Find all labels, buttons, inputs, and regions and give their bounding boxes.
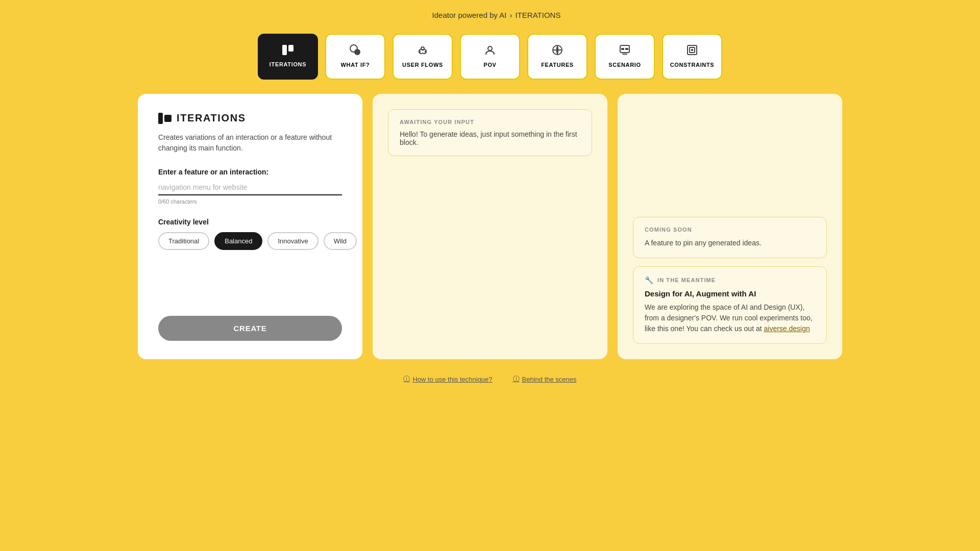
main-content: ITERATIONS Creates variations of an inte… (138, 94, 842, 359)
middle-panel: AWAITING YOUR INPUT Hello! To generate i… (373, 94, 607, 359)
creativity-balanced[interactable]: Balanced (214, 232, 262, 250)
userflows-tab-icon (417, 44, 428, 58)
whatif-tab-icon (350, 44, 361, 58)
tab-scenario[interactable]: SCENARIO (595, 34, 655, 80)
creativity-wild[interactable]: Wild (324, 232, 357, 250)
footer-link2-text: Behind the scenes (522, 375, 577, 383)
tab-constraints[interactable]: CONSTRAINTS (662, 34, 722, 80)
wrench-icon: 🔧 (645, 276, 653, 284)
feature-input[interactable] (158, 181, 342, 195)
footer-link1-icon: ⓘ (403, 374, 410, 384)
tab-features-label: FEATURES (541, 62, 574, 68)
lightning-icon: ⚡ (420, 10, 429, 19)
features-tab-icon (552, 44, 563, 58)
breadcrumb-current: ITERATIONS (516, 11, 561, 19)
footer-link2-icon: ⓘ (513, 374, 520, 384)
meantime-card: 🔧 IN THE MEANTIME Design for AI, Augment… (633, 266, 827, 344)
svg-rect-0 (282, 45, 287, 55)
breadcrumb-home: Ideator powered by AI (432, 11, 507, 19)
tab-iterations-label: ITERATIONS (270, 61, 306, 68)
svg-point-7 (488, 46, 492, 51)
coming-soon-text: A feature to pin any generated ideas. (645, 238, 815, 248)
tab-pov[interactable]: POV (460, 34, 520, 80)
creativity-traditional[interactable]: Traditional (158, 232, 209, 250)
svg-rect-1 (288, 45, 293, 52)
svg-point-6 (425, 51, 427, 53)
meantime-heading: Design for AI, Augment with AI (645, 289, 815, 298)
breadcrumb-separator: › (510, 11, 512, 19)
tab-features[interactable]: FEATURES (527, 34, 587, 80)
creativity-innovative[interactable]: Innovative (267, 232, 318, 250)
iterations-tab-icon (282, 45, 293, 57)
scenario-tab-icon (619, 44, 630, 58)
left-panel: ITERATIONS Creates variations of an inte… (138, 94, 362, 359)
panel-title-row: ITERATIONS (158, 112, 342, 124)
panel-description: Creates variations of an interaction or … (158, 132, 342, 154)
input-field-label: Enter a feature or an interaction: (158, 168, 342, 176)
svg-rect-15 (691, 49, 693, 51)
tab-iterations[interactable]: ITERATIONS (258, 34, 318, 80)
panel-heading: ITERATIONS (177, 112, 246, 124)
text-input-wrap (158, 181, 342, 195)
tab-whatif-label: WHAT IF? (340, 62, 370, 68)
footer-link-how-to[interactable]: ⓘ How to use this technique? (403, 374, 492, 384)
svg-point-5 (419, 51, 421, 53)
creativity-options: Traditional Balanced Innovative Wild (158, 232, 342, 250)
pov-tab-icon (484, 44, 496, 58)
tab-pov-label: POV (483, 62, 496, 68)
nav-tabs: ITERATIONS WHAT IF? USER FLOWS (258, 34, 722, 80)
meantime-label: IN THE MEANTIME (657, 277, 716, 283)
svg-rect-11 (621, 48, 624, 50)
right-panel: COMING SOON A feature to pin any generat… (618, 94, 842, 359)
constraints-tab-icon (687, 44, 698, 58)
svg-rect-10 (622, 54, 627, 55)
tab-scenario-label: SCENARIO (608, 62, 641, 68)
meantime-link[interactable]: aiverse.design (764, 324, 810, 333)
coming-soon-title: COMING SOON (645, 227, 815, 233)
tab-userflows-label: USER FLOWS (402, 62, 443, 68)
meantime-text: We are exploring the space of AI and Des… (645, 302, 815, 334)
footer-link1-text: How to use this technique? (412, 375, 492, 383)
char-count: 0/60 characters (158, 198, 342, 205)
svg-point-4 (421, 47, 424, 50)
footer-link-behind-scenes[interactable]: ⓘ Behind the scenes (513, 374, 577, 384)
creativity-label: Creativity level (158, 218, 342, 226)
tab-whatif[interactable]: WHAT IF? (325, 34, 385, 80)
awaiting-status-message: Hello! To generate ideas, just input som… (400, 130, 580, 146)
awaiting-status-label: AWAITING YOUR INPUT (400, 119, 580, 125)
tab-userflows[interactable]: USER FLOWS (393, 34, 453, 80)
svg-rect-12 (625, 48, 628, 50)
coming-soon-card: COMING SOON A feature to pin any generat… (633, 217, 827, 258)
svg-point-3 (354, 49, 360, 55)
breadcrumb: ⚡ Ideator powered by AI › ITERATIONS (420, 10, 561, 19)
footer: ⓘ How to use this technique? ⓘ Behind th… (403, 374, 576, 384)
meantime-title-row: 🔧 IN THE MEANTIME (645, 276, 815, 284)
create-button[interactable]: CREATE (158, 316, 342, 341)
awaiting-box: AWAITING YOUR INPUT Hello! To generate i… (388, 109, 592, 156)
tab-constraints-label: CONSTRAINTS (670, 62, 715, 68)
iterations-panel-icon (158, 113, 172, 124)
